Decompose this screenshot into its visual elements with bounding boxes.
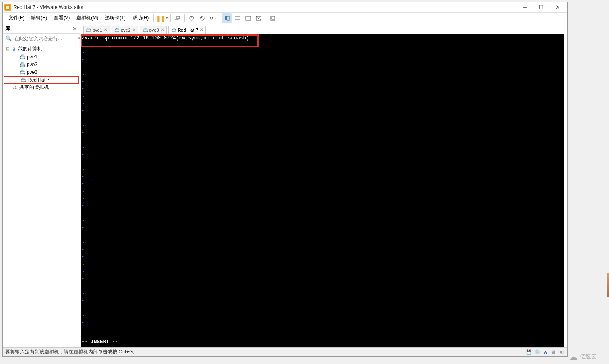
console-view-button[interactable] (233, 13, 242, 23)
collapse-icon[interactable]: ⊟ (5, 47, 10, 51)
terminal-tilde: ~ (81, 239, 564, 246)
tab-close-icon[interactable]: ✕ (132, 28, 136, 32)
menu-tabs[interactable]: 选项卡(T) (102, 13, 129, 23)
terminal-tilde: ~ (81, 100, 564, 108)
terminal-tilde: ~ (81, 319, 564, 327)
maximize-button[interactable]: ☐ (533, 3, 549, 12)
svg-rect-11 (235, 17, 240, 17)
window-controls: ─ ☐ ✕ (517, 3, 566, 12)
vm-icon: 📇 (114, 28, 119, 32)
close-button[interactable]: ✕ (549, 3, 566, 12)
tree-item-pve2[interactable]: 📇 pve2 (4, 60, 79, 68)
terminal-tilde: ~ (81, 129, 564, 137)
fullscreen-button[interactable] (243, 13, 253, 23)
tab-close-icon[interactable]: ✕ (104, 28, 107, 32)
menubar: 文件(F) 编辑(E) 查看(V) 虚拟机(M) 选项卡(T) 帮助(H) ❚❚… (3, 13, 567, 24)
tab-redhat7[interactable]: 📇Red Hat 7✕ (168, 26, 206, 34)
status-icons: 💾 💿 🖧 🖶 ⊞ (526, 349, 565, 355)
send-keys-button[interactable] (173, 13, 182, 23)
vm-icon: 📇 (19, 61, 26, 68)
library-button[interactable] (268, 13, 278, 23)
watermark: ☁ 亿速云 (569, 352, 597, 362)
vm-tree: ⊟ 🖥 我的计算机 📇 pve1 📇 pve2 📇 pve3 📇 (3, 43, 80, 347)
pause-dropdown-icon[interactable]: ▼ (165, 16, 168, 20)
cdrom-icon[interactable]: 💿 (534, 349, 540, 355)
svg-point-6 (210, 17, 213, 19)
terminal-tilde: ~ (81, 173, 564, 181)
tab-pve1[interactable]: 📇pve1✕ (83, 26, 110, 34)
svg-rect-15 (272, 17, 274, 19)
network-icon[interactable]: 🖧 (542, 349, 549, 355)
terminal-tilde: ~ (81, 181, 564, 188)
search-input[interactable] (14, 36, 75, 41)
separator (266, 14, 266, 22)
terminal-tilde: ~ (81, 224, 564, 232)
thumbnail-view-button[interactable] (222, 13, 232, 23)
terminal-tilde: ~ (81, 276, 564, 283)
vm-console[interactable]: /var/nfsproxmox 172.16.100.0/24(rw,sync,… (81, 34, 564, 347)
terminal-tilde: ~ (81, 210, 564, 217)
terminal-tilde: ~ (81, 254, 564, 261)
tab-close-icon[interactable]: ✕ (161, 28, 164, 32)
svg-rect-1 (6, 6, 9, 9)
tree-item-pve3[interactable]: 📇 pve3 (4, 68, 79, 76)
tab-close-icon[interactable]: ✕ (200, 28, 203, 32)
titlebar: Red Hat 7 - VMware Workstation ─ ☐ ✕ (3, 2, 567, 13)
statusbar: 要将输入定向到该虚拟机，请在虚拟机内部单击或按 Ctrl+G。 💾 💿 🖧 🖶 … (3, 347, 567, 356)
terminal-tilde: ~ (81, 261, 564, 268)
minimize-button[interactable]: ─ (517, 3, 533, 12)
terminal-tilde: ~ (81, 42, 564, 49)
manage-snapshots-button[interactable] (208, 13, 218, 23)
sidebar-search: 🔍 ▼ (3, 34, 80, 43)
shared-icon: 🖧 (12, 84, 18, 91)
search-icon: 🔍 (5, 35, 12, 41)
tree-label: pve1 (27, 54, 37, 60)
disk-icon[interactable]: 💾 (526, 349, 532, 355)
menu-edit[interactable]: 编辑(E) (28, 13, 50, 23)
terminal-tilde: ~ (81, 108, 564, 115)
menu-help[interactable]: 帮助(H) (129, 13, 152, 23)
terminal-tilde: ~ (81, 312, 564, 319)
unity-button[interactable] (254, 13, 263, 23)
tab-pve3[interactable]: 📇pve3✕ (140, 26, 167, 34)
vmware-app-icon (4, 4, 11, 11)
tab-label: pve3 (149, 28, 159, 32)
usb-icon[interactable]: ⊞ (558, 349, 565, 355)
sidebar-close-button[interactable]: ✕ (73, 26, 77, 32)
terminal-tilde: ~ (81, 151, 564, 159)
tab-label: pve1 (93, 28, 102, 32)
tree-item-pve1[interactable]: 📇 pve1 (4, 53, 79, 60)
tab-pve2[interactable]: 📇pve2✕ (112, 26, 138, 34)
terminal-tilde: ~ (81, 78, 564, 86)
vm-icon: 📇 (19, 54, 26, 60)
revert-button[interactable] (197, 13, 207, 23)
vm-icon: 📇 (86, 28, 91, 32)
menu-view[interactable]: 查看(V) (50, 13, 73, 23)
vim-mode-indicator: -- INSERT -- (82, 338, 118, 346)
sound-icon[interactable]: 🖶 (550, 349, 557, 355)
menu-file[interactable]: 文件(F) (5, 13, 28, 23)
svg-rect-3 (177, 16, 180, 19)
terminal-tilde: ~ (81, 283, 564, 290)
snapshot-button[interactable] (187, 13, 197, 23)
tree-item-redhat7[interactable]: 📇 Red Hat 7 (4, 76, 79, 84)
svg-point-7 (213, 17, 215, 19)
window-title: Red Hat 7 - VMware Workstation (13, 4, 517, 10)
tree-label: pve3 (27, 69, 37, 75)
tab-label: Red Hat 7 (178, 28, 199, 32)
terminal-tilde: ~ (81, 188, 564, 195)
watermark-text: 亿速云 (580, 353, 597, 360)
terminal-tilde: ~ (81, 64, 564, 71)
svg-rect-12 (246, 16, 251, 20)
tree-shared-vms[interactable]: 🖧 共享的虚拟机 (4, 84, 79, 91)
separator (220, 14, 220, 22)
cloud-icon: ☁ (569, 352, 577, 362)
tree-root-my-computer[interactable]: ⊟ 🖥 我的计算机 (4, 45, 79, 53)
separator (184, 14, 185, 22)
terminal-tilde: ~ (81, 93, 564, 100)
terminal-tilde: ~ (81, 232, 564, 239)
terminal-tilde: ~ (81, 144, 564, 151)
terminal-tilde: ~ (81, 217, 564, 224)
pause-button[interactable]: ❚❚ (156, 13, 166, 23)
menu-vm[interactable]: 虚拟机(M) (73, 13, 102, 23)
